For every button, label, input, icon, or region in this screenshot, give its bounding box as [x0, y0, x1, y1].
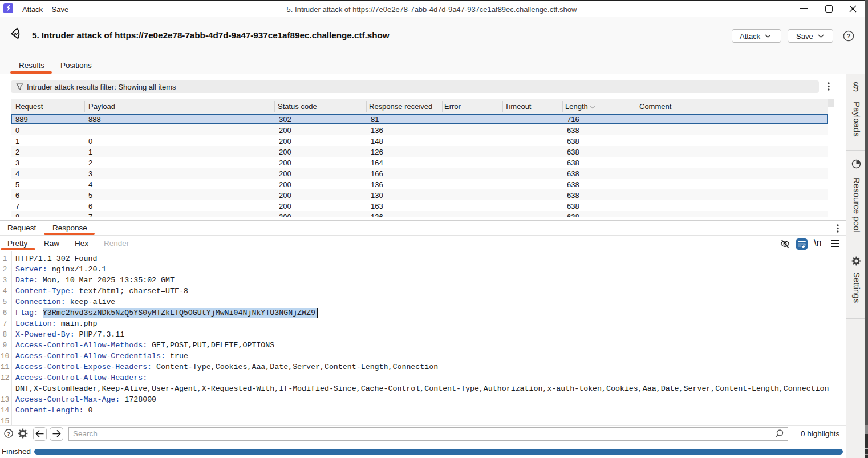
svg-text:?: ?: [846, 33, 850, 39]
svg-text:?: ?: [7, 431, 10, 437]
